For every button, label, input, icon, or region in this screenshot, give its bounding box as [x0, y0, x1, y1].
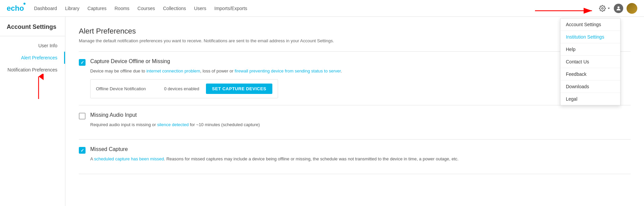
avatar[interactable]: [627, 3, 637, 14]
sidebar-nav: User Info Alert Preferences Notification…: [0, 36, 65, 76]
alert-title-capture-device: Capture Device Offline or Missing: [90, 58, 170, 64]
nav-users[interactable]: Users: [194, 6, 206, 11]
settings-dropdown: Account Settings Institution Settings He…: [560, 18, 621, 105]
svg-point-2: [602, 7, 603, 9]
alert-title-missing-audio: Missing Audio Input: [90, 112, 137, 118]
nav-right: Account Settings Institution Settings He…: [599, 3, 637, 14]
nav-rooms[interactable]: Rooms: [114, 6, 129, 11]
dropdown-feedback[interactable]: Feedback: [560, 68, 620, 81]
gear-icon: [599, 5, 606, 12]
notif-label-offline: Offline Device Notification: [96, 86, 157, 91]
sidebar-item-alert-preferences[interactable]: Alert Preferences: [0, 52, 65, 64]
alert-section-missing-audio: Missing Audio Input Required audio input…: [79, 105, 631, 140]
alert-desc-missing-audio: Required audio input is missing or silen…: [90, 121, 631, 128]
main-content: Alert Preferences Manage the default not…: [65, 17, 644, 206]
sidebar-item-notification-preferences[interactable]: Notification Preferences: [0, 64, 65, 76]
page-layout: Account Settings User Info Alert Prefere…: [0, 17, 644, 206]
nav-dashboard[interactable]: Dashboard: [34, 6, 57, 11]
alert-title-missed-capture: Missed Capture: [90, 146, 128, 152]
dropdown-contact-us[interactable]: Contact Us: [560, 56, 620, 68]
alert-header-capture-device: Capture Device Offline or Missing: [79, 58, 631, 66]
red-upward-arrow-annotation: [34, 74, 44, 101]
notification-row-offline-device: Offline Device Notification 0 devices en…: [90, 79, 278, 98]
user-icon[interactable]: [614, 4, 623, 13]
person-icon: [615, 5, 622, 11]
sidebar-item-user-info[interactable]: User Info: [0, 40, 65, 52]
nav-links: Dashboard Library Captures Rooms Courses…: [34, 6, 599, 11]
chevron-down-icon: [607, 7, 610, 10]
nav-courses[interactable]: Courses: [138, 6, 155, 11]
checkbox-missing-audio[interactable]: [79, 113, 86, 119]
alert-desc-capture-device: Device may be offline due to internet co…: [90, 68, 631, 74]
checkbox-missing-audio-box[interactable]: [79, 113, 86, 119]
page-subtitle: Manage the default notification preferen…: [79, 38, 631, 43]
svg-marker-3: [608, 8, 610, 9]
dropdown-institution-settings[interactable]: Institution Settings: [560, 31, 620, 43]
alert-section-missed-capture: Missed Capture A scheduled capture has b…: [79, 139, 631, 174]
nav-imports-exports[interactable]: Imports/Exports: [214, 6, 247, 11]
dropdown-help[interactable]: Help: [560, 43, 620, 56]
brand-dot: [23, 3, 25, 5]
nav-captures[interactable]: Captures: [88, 6, 107, 11]
alert-section-capture-device: Capture Device Offline or Missing Device…: [79, 51, 631, 105]
brand-name: echo: [7, 4, 24, 13]
alert-header-missing-audio: Missing Audio Input: [79, 112, 631, 119]
dropdown-downloads[interactable]: Downloads: [560, 81, 620, 93]
dropdown-account-settings[interactable]: Account Settings: [560, 18, 620, 31]
dropdown-legal[interactable]: Legal: [560, 93, 620, 105]
sidebar: Account Settings User Info Alert Prefere…: [0, 17, 65, 206]
gear-button[interactable]: [599, 5, 610, 12]
svg-point-4: [618, 6, 620, 8]
alert-header-missed-capture: Missed Capture: [79, 146, 631, 154]
nav-collections[interactable]: Collections: [163, 6, 186, 11]
notif-count-offline: 0 devices enabled: [164, 86, 199, 91]
logo[interactable]: echo: [7, 4, 24, 13]
alert-desc-missed-capture: A scheduled capture has been missed. Rea…: [90, 156, 631, 162]
checkbox-missed-capture[interactable]: [79, 147, 86, 154]
top-nav: echo Dashboard Library Captures Rooms Co…: [0, 0, 644, 17]
page-title: Alert Preferences: [79, 27, 631, 36]
set-capture-devices-button[interactable]: SET CAPTURE DEVICES: [206, 84, 272, 94]
checkbox-missed-capture-box[interactable]: [79, 147, 86, 154]
nav-library[interactable]: Library: [65, 6, 79, 11]
checkbox-capture-device-box[interactable]: [79, 59, 86, 66]
sidebar-title: Account Settings: [0, 23, 65, 36]
checkbox-capture-device[interactable]: [79, 59, 86, 66]
